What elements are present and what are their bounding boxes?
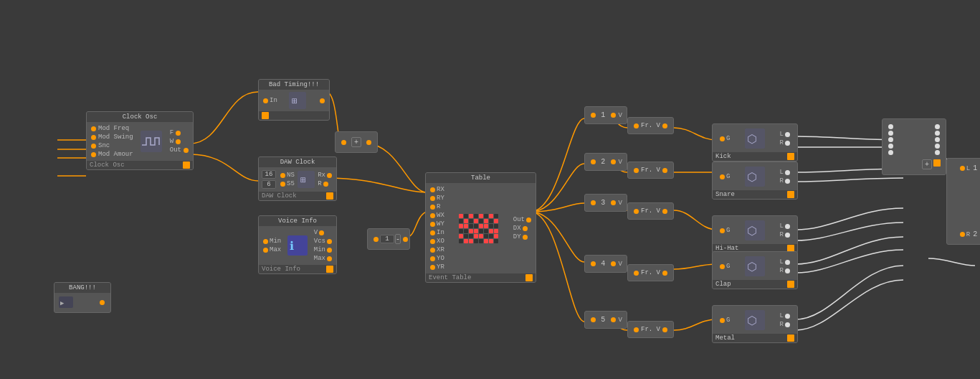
port-dot — [785, 224, 790, 229]
plus-button[interactable]: + — [351, 137, 361, 147]
port-dot — [785, 233, 790, 238]
snare-bottom: Snare — [713, 190, 797, 199]
val-6[interactable]: 6 — [262, 180, 276, 189]
clap-node: G ⬡ L R — [712, 251, 798, 289]
clap-bottom: Clap — [713, 280, 797, 289]
orange-sq — [326, 192, 333, 200]
fr-v-2-node: Fr. V — [627, 162, 674, 179]
port-min: Min — [262, 238, 281, 245]
port-dot — [785, 132, 790, 137]
daw-clock-title: DAW Clock — [259, 157, 336, 167]
voice-info-bottom: Voice Info — [259, 265, 336, 273]
port-v-out — [611, 113, 616, 118]
bang-node: BANG!!! ▶ — [54, 282, 111, 313]
cube-icon: ⬡ — [745, 167, 765, 187]
orange-sq — [262, 112, 269, 119]
port-dot — [888, 144, 893, 149]
port-dot-r — [935, 150, 940, 155]
port-min-out: Min — [314, 246, 333, 253]
metal-node: G ⬡ L R — [712, 305, 798, 343]
port-dot — [176, 139, 181, 144]
port-g-in: G — [718, 135, 730, 142]
port-dot — [720, 318, 725, 323]
minus-button[interactable]: - — [395, 234, 401, 244]
port-max: Max — [262, 246, 281, 253]
port-dot — [888, 150, 893, 155]
snare-node: G ⬡ L R — [712, 162, 798, 200]
svg-text:⬡: ⬡ — [747, 172, 757, 184]
port-dot — [430, 256, 435, 261]
voice-3-node: 3 V — [584, 194, 627, 212]
port-in — [634, 209, 639, 214]
timing-icon: ⊞ — [289, 92, 306, 109]
port-dot — [785, 314, 790, 319]
port-dot — [785, 141, 790, 146]
port-dot — [785, 179, 790, 184]
port-ry-in: RY — [429, 195, 444, 202]
port-dy: DY — [513, 233, 533, 240]
port-dot — [888, 124, 893, 129]
port-dot — [785, 268, 790, 273]
port-l-out: L — [780, 258, 791, 266]
output-left-node: + — [882, 118, 946, 175]
port-l-out: L — [780, 169, 791, 176]
port-l-out: L — [780, 312, 791, 319]
port-r-out: R — [780, 267, 791, 274]
voice-info-node: Voice Info Min Max ℹ V Vcs — [258, 215, 337, 274]
bad-timing-node: Bad Timing!!! In ⊞ — [258, 79, 330, 121]
port-mod-freq: Mod Freq — [90, 125, 133, 132]
hihat-node: G ⬡ L R — [712, 215, 798, 253]
step-grid[interactable] — [459, 214, 498, 243]
port-dot — [430, 196, 435, 201]
val-16[interactable]: 16 — [262, 170, 276, 179]
plus-button-out[interactable]: + — [922, 159, 932, 169]
output-final-node: L 1 R 2 — [946, 158, 980, 245]
port-dot — [319, 230, 324, 235]
metal-bottom: Metal — [713, 334, 797, 342]
fr-v-3-node: Fr. V — [627, 202, 674, 220]
port-dot — [263, 98, 268, 103]
port-dot-r — [935, 131, 940, 136]
port-out-dot — [366, 140, 371, 145]
port-dot-r — [935, 124, 940, 129]
port-in — [591, 159, 596, 164]
port-out-out: Out — [170, 146, 190, 154]
svg-text:ℹ: ℹ — [290, 240, 294, 253]
port-w-out: W — [170, 138, 190, 145]
clock-osc-node: Clock Osc Mod Freq Mod Swing Snc Mod Amo… — [86, 111, 194, 170]
port-v-out — [611, 261, 616, 266]
port-dx: DX — [513, 225, 533, 232]
fr-v-1-node: Fr. V — [627, 117, 674, 134]
port-max-out: Max — [314, 255, 333, 262]
port-dot — [327, 239, 332, 244]
port-in — [634, 327, 639, 332]
port-dot — [327, 173, 332, 178]
port-dot — [263, 248, 268, 253]
port-dot — [430, 230, 435, 235]
port-ns: NS — [279, 172, 295, 179]
port-dot — [720, 136, 725, 141]
port-in — [591, 200, 596, 205]
port-l-out: L — [780, 131, 791, 138]
daw-clock-node: DAW Clock 16 6 NS S5 ⊞ — [258, 156, 337, 201]
port-in-dot — [374, 237, 379, 242]
port-dot-r — [935, 137, 940, 142]
port-rx: Rx — [318, 172, 333, 179]
port-mod-amour: Mod Amour — [90, 151, 133, 158]
port-dot — [785, 322, 790, 327]
port-dot — [430, 205, 435, 210]
port-dot — [888, 137, 893, 142]
val-1-display[interactable]: 1 — [380, 235, 394, 243]
port-dot — [523, 226, 528, 231]
port-in — [591, 317, 596, 322]
port-v-out — [611, 317, 616, 322]
port-dot — [327, 248, 332, 253]
port-in-dot — [341, 140, 346, 145]
port-in — [634, 168, 639, 173]
port-out — [662, 209, 667, 214]
port-in: In — [262, 97, 277, 104]
port-yo-in: YO — [429, 255, 444, 262]
port-g-in: G — [718, 263, 730, 270]
svg-text:⬡: ⬡ — [747, 134, 757, 146]
port-s5: S5 — [279, 180, 295, 187]
